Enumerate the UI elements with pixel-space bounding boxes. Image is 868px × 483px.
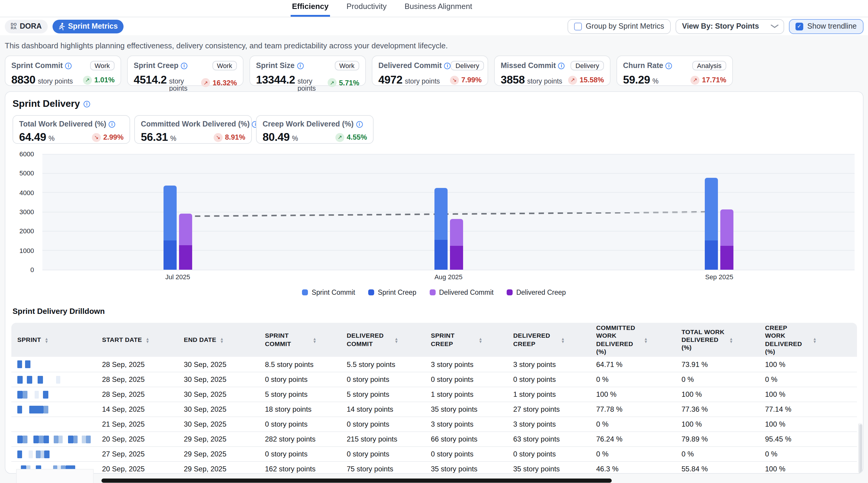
cell-committed-work-delivered: 100 % <box>590 387 676 401</box>
metric-card-title: Sprint Creep <box>134 61 179 70</box>
legend-item-sprint-commit[interactable]: Sprint Commit <box>302 289 355 296</box>
cell-end-date: 30 Sep, 2025 <box>178 387 259 401</box>
column-header-label: Committed Work Delivered (%) <box>596 324 640 356</box>
sort-icon[interactable]: ▲▼ <box>220 337 224 343</box>
sort-icon[interactable]: ▲▼ <box>395 337 398 343</box>
sort-icon[interactable]: ▲▼ <box>478 337 483 343</box>
show-trendline-toggle[interactable]: ✓ Show trendline <box>789 19 863 34</box>
sprint-name-cell-redacted <box>11 432 96 446</box>
sort-icon[interactable]: ▲▼ <box>313 337 317 343</box>
info-icon[interactable]: i <box>65 62 72 69</box>
redacted-sprint-name <box>17 390 48 398</box>
metric-value: 13344.2 <box>256 73 295 87</box>
metric-category-badge: Work <box>90 61 115 70</box>
cell-delivered-creep: 3 story points <box>507 417 590 431</box>
cell-total-work-delivered: 79.89 % <box>676 432 759 446</box>
sort-icon[interactable]: ▲▼ <box>813 337 817 343</box>
dora-button[interactable]: DORA DORA <box>5 20 48 33</box>
info-icon[interactable]: i <box>181 62 187 69</box>
show-trendline-checkbox[interactable]: ✓ <box>796 22 803 30</box>
trend-arrow-icon: ↘ <box>214 133 223 142</box>
delivery-card-title: Total Work Delivered (%) <box>19 120 106 128</box>
sprint-bar-jul-2025 <box>163 186 177 270</box>
info-icon[interactable]: i <box>108 121 115 127</box>
trend-arrow-icon: ↗ <box>335 133 344 142</box>
cell-creep-work-delivered: 100 % <box>759 387 857 401</box>
cell-sprint-creep: 35 story points <box>425 402 507 416</box>
delivery-card-row: Total Work Delivered (%)i 64.49% ↘2.99% … <box>12 115 856 144</box>
metric-value: 8830 <box>11 73 35 87</box>
cell-delivered-creep: 3 story points <box>507 357 590 372</box>
info-icon[interactable]: i <box>356 121 363 127</box>
table-vertical-scrollbar[interactable] <box>858 423 862 473</box>
trend-arrow-icon: ↘ <box>92 133 101 142</box>
cell-delivered-creep: 1 story points <box>507 387 590 401</box>
tab-business-alignment[interactable]: Business Alignment <box>403 0 473 17</box>
trend-arrow-icon: ↘ <box>450 75 459 85</box>
sort-icon[interactable]: ▲▼ <box>146 337 150 343</box>
sort-icon[interactable]: ▲▼ <box>729 337 733 343</box>
metric-unit: story points <box>298 77 328 92</box>
redacted-sprint-name <box>17 360 30 368</box>
segment-sprint-creep <box>163 240 177 270</box>
sort-icon[interactable]: ▲▼ <box>644 337 648 343</box>
column-header-start-date[interactable]: Start Date▲▼ <box>96 323 178 357</box>
legend-label: Sprint Commit <box>312 289 355 296</box>
tab-efficiency[interactable]: Efficiency <box>291 0 330 17</box>
info-icon[interactable]: i <box>666 62 672 69</box>
column-header-creep-work-delivered[interactable]: Creep Work Delivered (%)▲▼ <box>759 323 857 357</box>
column-header-label: Start Date <box>102 336 142 344</box>
metric-card: Churn Ratei Analysis 59.29% ↗17.71% <box>617 56 733 86</box>
cell-sprint-creep: 3 story points <box>425 357 507 372</box>
dashboard-root: EfficiencyProductivityBusiness Alignment… <box>0 0 868 483</box>
horizontal-scrollbar[interactable] <box>101 478 612 482</box>
info-icon[interactable]: i <box>84 100 90 107</box>
column-header-sprint[interactable]: Sprint▲▼ <box>11 323 96 357</box>
sprint-delivery-panel: Sprint Delivery i Total Work Delivered (… <box>5 91 863 474</box>
show-trendline-label: Show trendline <box>807 22 857 30</box>
sort-icon[interactable]: ▲▼ <box>44 337 48 343</box>
column-header-label: Sprint <box>17 336 41 344</box>
column-header-delivered-commit[interactable]: Delivered Commit▲▼ <box>341 323 425 357</box>
sprint-metrics-label: Sprint Metrics <box>68 22 118 30</box>
trend-arrow-icon: ↗ <box>202 78 210 87</box>
group-by-sprint-metrics-toggle[interactable]: Group by Sprint Metrics <box>567 19 671 34</box>
tab-productivity[interactable]: Productivity <box>345 0 388 17</box>
view-by-select[interactable]: View By: Story Points <box>676 19 784 34</box>
column-header-sprint-commit[interactable]: Sprint Commit▲▼ <box>259 323 341 357</box>
cell-sprint-commit: 18 story points <box>259 402 341 416</box>
y-tick-label: 0 <box>30 266 34 273</box>
sort-icon[interactable]: ▲▼ <box>561 337 565 343</box>
delivery-delta: ↘2.99% <box>92 133 124 142</box>
info-icon[interactable]: i <box>297 62 304 69</box>
running-person-icon <box>59 22 65 30</box>
drilldown-title: Sprint Delivery Drilldown <box>12 307 856 317</box>
info-icon[interactable]: i <box>558 62 565 69</box>
metric-card: Sprint Sizei Work 13344.2story points ↗5… <box>249 56 366 86</box>
metric-value: 4514.2 <box>134 73 167 87</box>
column-header-delivered-creep[interactable]: Delivered Creep▲▼ <box>507 323 590 357</box>
delivery-unit: % <box>170 135 176 142</box>
legend-item-sprint-creep[interactable]: Sprint Creep <box>368 289 416 296</box>
column-header-sprint-creep[interactable]: Sprint Creep▲▼ <box>425 323 507 357</box>
legend-swatch-icon <box>507 289 513 295</box>
sprint-metrics-button[interactable]: Sprint Metrics <box>53 20 124 33</box>
metric-unit: story points <box>169 77 202 92</box>
column-header-label: Creep Work Delivered (%) <box>765 324 809 356</box>
metric-card: Sprint Commiti Work 8830story points ↗1.… <box>5 56 121 86</box>
legend-label: Delivered Commit <box>439 289 494 296</box>
redacted-sprint-name <box>17 376 60 383</box>
group-by-checkbox[interactable] <box>574 22 582 30</box>
column-header-committed-work-delivered[interactable]: Committed Work Delivered (%)▲▼ <box>590 323 676 357</box>
column-header-total-work-delivered[interactable]: Total Work Delivered (%)▲▼ <box>676 323 759 357</box>
sprint-name-cell-redacted <box>11 447 96 461</box>
cell-committed-work-delivered: 0 % <box>590 417 676 431</box>
cell-end-date: 30 Sep, 2025 <box>178 402 259 416</box>
cell-committed-work-delivered: 64.71 % <box>590 357 676 372</box>
info-icon[interactable]: i <box>444 62 451 69</box>
cell-start-date: 21 Sep, 2025 <box>96 417 178 431</box>
legend-item-delivered-commit[interactable]: Delivered Commit <box>429 289 494 296</box>
cell-creep-work-delivered: 100 % <box>759 417 857 431</box>
column-header-end-date[interactable]: End Date▲▼ <box>178 323 259 357</box>
legend-item-delivered-creep[interactable]: Delivered Creep <box>507 289 566 296</box>
